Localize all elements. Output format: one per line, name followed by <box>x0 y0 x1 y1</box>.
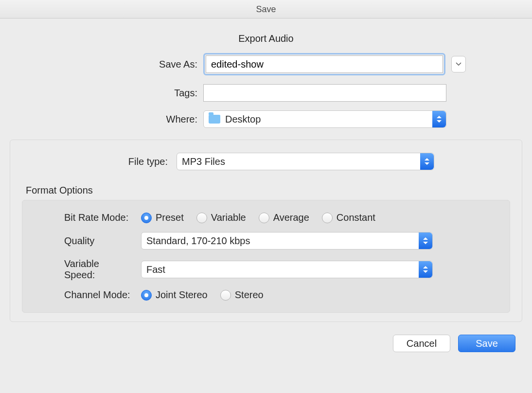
popup-arrows-icon <box>432 111 446 127</box>
bit-rate-mode-row: Bit Rate Mode: Preset Variable Average C… <box>35 212 497 223</box>
save-as-row: Save As: <box>66 53 466 75</box>
file-type-value: MP3 Files <box>182 156 225 167</box>
bit-rate-constant-radio[interactable]: Constant <box>322 212 375 223</box>
popup-arrows-icon <box>420 153 434 170</box>
save-as-input[interactable] <box>206 55 443 73</box>
tags-label: Tags: <box>66 88 197 99</box>
radio-label: Variable <box>211 212 246 223</box>
radio-label: Joint Stereo <box>156 289 208 301</box>
save-as-label: Save As: <box>66 59 197 70</box>
radio-label: Average <box>273 212 309 223</box>
where-value: Desktop <box>225 114 261 125</box>
bit-rate-variable-radio[interactable]: Variable <box>196 212 246 223</box>
file-type-row: File type: MP3 Files <box>22 153 510 170</box>
expand-locations-button[interactable] <box>451 56 466 72</box>
radio-label: Stereo <box>235 289 264 301</box>
where-label: Where: <box>66 114 197 125</box>
radio-icon <box>220 290 231 301</box>
file-type-popup[interactable]: MP3 Files <box>177 153 434 170</box>
channel-joint-stereo-radio[interactable]: Joint Stereo <box>141 289 208 301</box>
quality-value: Standard, 170-210 kbps <box>146 235 250 247</box>
bit-rate-preset-radio[interactable]: Preset <box>141 212 184 223</box>
radio-icon <box>196 213 207 223</box>
radio-label: Constant <box>337 212 375 223</box>
save-as-focus-ring <box>203 53 445 75</box>
cancel-button[interactable]: Cancel <box>393 335 450 352</box>
radio-icon <box>259 213 269 223</box>
where-popup[interactable]: Desktop <box>203 110 446 128</box>
tags-row: Tags: <box>66 84 466 102</box>
format-options-title: Format Options <box>26 185 510 196</box>
radio-icon <box>141 290 152 301</box>
format-options-panel: Bit Rate Mode: Preset Variable Average C… <box>22 200 510 313</box>
chevron-down-icon <box>456 62 461 66</box>
popup-arrows-icon <box>419 232 432 249</box>
radio-icon <box>141 213 152 223</box>
dialog-buttons: Cancel Save <box>0 332 532 352</box>
variable-speed-popup[interactable]: Fast <box>141 261 433 278</box>
bit-rate-mode-label: Bit Rate Mode: <box>35 212 132 223</box>
channel-mode-row: Channel Mode: Joint Stereo Stereo <box>35 289 497 301</box>
quality-popup[interactable]: Standard, 170-210 kbps <box>141 232 433 250</box>
folder-icon <box>209 115 220 124</box>
popup-arrows-icon <box>419 261 432 278</box>
window-title: Save <box>0 0 532 18</box>
variable-speed-value: Fast <box>146 264 165 275</box>
channel-stereo-radio[interactable]: Stereo <box>220 289 264 301</box>
bit-rate-average-radio[interactable]: Average <box>259 212 309 223</box>
where-row: Where: Desktop <box>66 110 466 128</box>
radio-icon <box>322 213 333 223</box>
quality-label: Quality <box>35 235 132 247</box>
file-type-label: File type: <box>22 156 168 167</box>
tags-input[interactable] <box>203 84 446 102</box>
quality-row: Quality Standard, 170-210 kbps <box>35 232 497 250</box>
variable-speed-label: Variable Speed: <box>35 258 132 281</box>
save-button[interactable]: Save <box>458 335 515 352</box>
options-panel: File type: MP3 Files Format Options Bit … <box>10 140 522 322</box>
radio-label: Preset <box>156 212 184 223</box>
channel-mode-label: Channel Mode: <box>35 289 132 301</box>
dialog-subtitle: Export Audio <box>238 33 293 44</box>
variable-speed-row: Variable Speed: Fast <box>35 258 497 281</box>
